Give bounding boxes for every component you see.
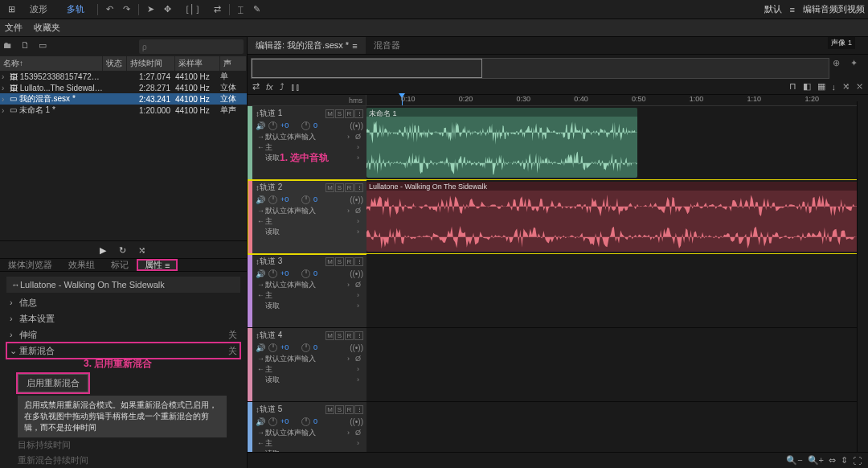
record-button[interactable]: R [345,183,354,192]
track-header[interactable]: ↕ 轨道 3MSR⫶ 🔊+00((•)) →默认立体声输入›Ø ←主› 读取› [252,254,366,327]
time-ruler[interactable]: 0:100:200:300:400:501:001:101:20 [366,95,868,105]
record-button[interactable]: R [345,109,354,118]
volume-knob[interactable] [268,195,277,204]
track-name[interactable]: 轨道 4 [260,330,326,341]
snap-icon[interactable]: ◧ [803,81,811,92]
file-row[interactable]: ›▭ 我的混音.sesx *2:43.24144100 Hz立体 [0,93,247,105]
menu-icon[interactable]: ≡ [790,5,795,14]
chevron-icon[interactable]: › [357,291,363,299]
output-select[interactable]: 主 [265,364,355,375]
zoom-fit-icon[interactable]: ⇔ [829,455,836,466]
chevron-icon[interactable]: › [357,365,363,373]
volume-value[interactable]: +0 [280,417,298,425]
mute-button[interactable]: M [326,405,334,414]
grid-icon[interactable]: ⊞ [3,2,20,16]
record-button[interactable]: R [345,257,354,266]
volume-value[interactable]: +0 [280,269,298,277]
section-info[interactable]: ›信息 [6,294,240,310]
pan-value[interactable]: 0 [313,269,331,277]
automation-mode[interactable]: 读取 [265,227,355,237]
col-samplerate[interactable]: 采样率 [175,56,220,71]
menu-file[interactable]: 文件 [5,22,23,34]
undo-icon[interactable]: ↶ [101,2,118,16]
mute-button[interactable]: M [326,109,334,118]
send-icon[interactable]: ⤴ [280,82,285,92]
fade-icon[interactable]: ⤨ [842,81,850,92]
automation-mode[interactable]: 读取 [265,449,355,453]
zoom-out-icon[interactable]: 🔍− [786,455,802,466]
chevron-icon[interactable]: › [347,429,354,437]
solo-button[interactable]: S [335,405,344,414]
slip-icon[interactable]: ⇄ [209,2,226,16]
eq-icon[interactable]: ⫿⫿ [291,82,301,92]
chevron-icon[interactable]: › [357,302,363,310]
mono-icon[interactable]: Ø [355,207,363,215]
new-icon[interactable]: 🗋 [21,40,34,53]
pan-value[interactable]: 0 [313,417,331,425]
chevron-icon[interactable]: › [347,207,354,215]
solo-button[interactable]: S [335,183,344,192]
ruler-unit[interactable]: hms [349,96,362,105]
track[interactable]: ↕ 轨道 1MSR⫶ 🔊+00((•)) →默认立体声输入›Ø ←主› 读取› … [248,106,868,180]
ripple-icon[interactable]: ↓ [832,82,837,92]
track-content[interactable] [366,328,868,401]
chevron-icon[interactable]: › [357,376,363,384]
input-monitor-button[interactable]: ⫶ [354,109,363,118]
file-row[interactable]: ›🖽 15395233881574723.mp41:27.07444100 Hz… [0,71,247,82]
editor-tab-session[interactable]: 编辑器: 我的混音.sesx * ≡ [248,37,366,54]
help-link[interactable]: 编辑音频到视频 [803,3,865,15]
clip-icon[interactable]: ▭ [39,40,51,53]
mono-icon[interactable]: Ø [355,281,363,289]
file-header[interactable]: 名称↑ 状态 持续时间 采样率 声 [0,56,247,71]
record-button[interactable]: R [345,405,354,414]
overview-bar[interactable] [251,58,829,79]
record-button[interactable]: R [345,331,354,340]
pan-value[interactable]: 0 [313,343,331,351]
output-select[interactable]: 主 [265,290,355,301]
zoom-in-icon[interactable]: 🔍+ [808,455,824,466]
pan-knob[interactable] [301,417,310,426]
track[interactable]: ↕ 轨道 5MSR⫶ 🔊+00((•)) →默认立体声输入›Ø ←主› 读取› [248,402,868,452]
file-search[interactable]: ρ [139,39,244,54]
output-select[interactable]: 主 [265,216,355,227]
file-row[interactable]: ›▭ 未命名 1 *1:20.00044100 Hz单声 [0,105,247,116]
redo-icon[interactable]: ↷ [118,2,135,16]
mute-button[interactable]: M [326,331,334,340]
audio-clip[interactable]: Lullatone - Walking On The Sidewalk [366,182,868,252]
col-duration[interactable]: 持续时间 [127,56,175,71]
section-remix[interactable]: ⌄重新混合关 [6,343,240,359]
volume-value[interactable]: +0 [280,195,298,203]
pan-knob[interactable] [301,343,310,352]
tab-media-browser[interactable]: 媒体浏览器 [0,259,60,271]
tab-fx-group[interactable]: 效果组 [60,259,103,271]
track-content[interactable] [366,402,868,452]
overview-menu-icon[interactable]: ✦ [850,58,865,72]
pan-knob[interactable] [301,121,310,130]
zoom-all-icon[interactable]: ⛶ [853,456,862,466]
col-channels[interactable]: 声 [220,56,247,71]
section-stretch[interactable]: ›伸缩关 [6,326,240,343]
chevron-icon[interactable]: › [357,154,363,162]
overview-zoom-icon[interactable]: ⊕ [833,58,847,72]
tab-markers[interactable]: 标记 [103,259,137,271]
chevron-icon[interactable]: › [347,355,354,363]
chevron-icon[interactable]: › [357,450,363,452]
col-name[interactable]: 名称↑ [0,56,103,71]
crossfade-icon[interactable]: ⤬ [856,81,863,92]
mono-icon[interactable]: Ø [355,429,363,437]
solo-button[interactable]: S [335,331,344,340]
grid-icon[interactable]: ▦ [817,81,825,92]
input-select[interactable]: 默认立体声输入 [265,354,346,364]
audio-clip[interactable]: 未命名 1 [366,108,637,178]
solo-button[interactable]: S [335,257,344,266]
mode-waveform[interactable]: 波形 [20,2,57,17]
volume-knob[interactable] [268,121,277,130]
mono-icon[interactable]: Ø [355,355,363,363]
mute-button[interactable]: M [326,183,334,192]
zoom-sel-icon[interactable]: ⇕ [841,455,848,466]
pan-knob[interactable] [301,195,310,204]
input-monitor-button[interactable]: ⫶ [354,405,363,414]
track-content[interactable]: 未命名 1 [366,106,868,179]
section-basic[interactable]: ›基本设置 [6,310,240,326]
volume-value[interactable]: +0 [280,343,298,351]
